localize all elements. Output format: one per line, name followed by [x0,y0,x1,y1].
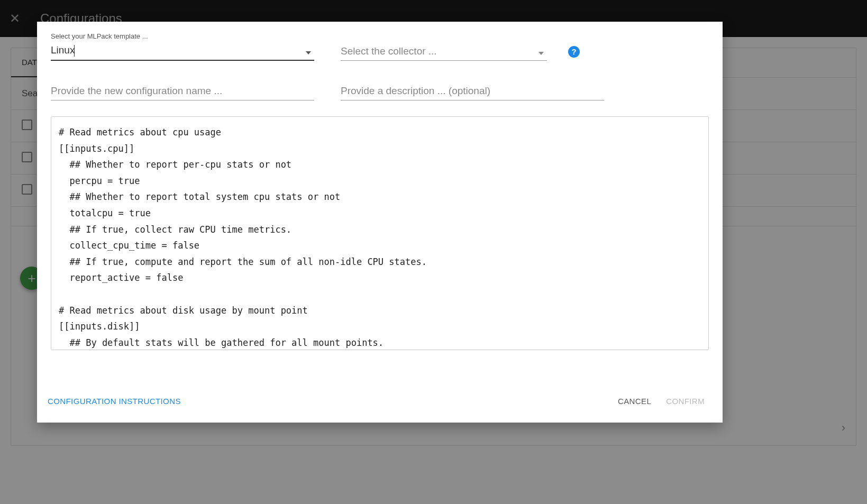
configuration-instructions-link[interactable]: CONFIGURATION INSTRUCTIONS [48,397,181,406]
config-code-editor[interactable] [51,116,709,350]
collector-placeholder: Select the collector ... [341,45,437,57]
confirm-button: CONFIRM [659,392,712,410]
template-select[interactable]: Linux [51,41,314,61]
chevron-down-icon [539,52,544,55]
config-name-field[interactable] [51,82,314,100]
description-input[interactable] [341,82,604,100]
collector-select[interactable]: Select the collector ... [341,42,547,61]
description-field[interactable] [341,82,604,100]
dialog-body: Select your MLPack template ... Linux Se… [37,22,723,380]
configuration-dialog: Select your MLPack template ... Linux Se… [37,22,723,423]
chevron-down-icon [306,51,311,54]
template-value: Linux [51,44,75,56]
collector-field[interactable]: Select the collector ... [341,42,547,61]
template-label: Select your MLPack template ... [51,32,314,40]
config-name-input[interactable] [51,82,314,100]
cancel-button[interactable]: CANCEL [610,392,659,410]
dialog-footer: CONFIGURATION INSTRUCTIONS CANCEL CONFIR… [37,380,723,423]
template-field[interactable]: Select your MLPack template ... Linux [51,32,314,61]
help-icon[interactable]: ? [568,46,580,58]
